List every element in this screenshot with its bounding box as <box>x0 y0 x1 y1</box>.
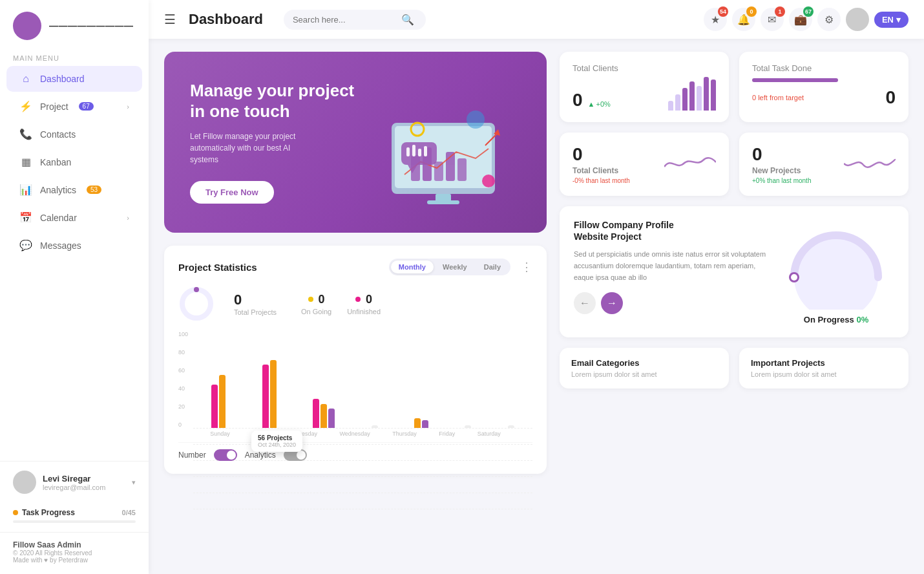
mini-bar-6 <box>704 77 709 111</box>
try-free-button[interactable]: Try Free Now <box>190 181 274 204</box>
mini-bar-1 <box>668 101 673 111</box>
wave-chart <box>664 144 716 179</box>
sidebar-item-label: Analytics <box>40 185 76 195</box>
progress-bar-bg <box>13 520 136 523</box>
sidebar-item-contacts[interactable]: 📞 Contacts <box>6 121 142 147</box>
sidebar-nav: ⌂ Dashboard ⚡ Project 67 › 📞 Contacts ▦ … <box>0 65 149 461</box>
task-done-row: 0 left from target 0 <box>752 87 896 108</box>
tab-weekly[interactable]: Weekly <box>435 260 475 273</box>
star-button[interactable]: ★ 54 <box>704 8 727 31</box>
mini-bar-3 <box>682 88 688 111</box>
important-projects-title: Important Projects <box>751 358 897 368</box>
bar-group-monday <box>262 360 277 428</box>
chevron-down-icon: ▾ <box>132 478 136 487</box>
stat-info: 0 New Projects +0% than last month <box>752 144 811 184</box>
sidebar-item-project[interactable]: ⚡ Project 67 › <box>6 93 142 120</box>
svg-point-24 <box>791 274 797 281</box>
ps-stat-group: 0 On Going 0 Unfinished <box>301 293 381 315</box>
ps-donut-chart <box>178 286 215 322</box>
sidebar-item-messages[interactable]: 💬 Messages <box>6 232 142 259</box>
bar-orange <box>270 360 277 428</box>
ps-tabs: Monthly Weekly Daily <box>389 259 510 275</box>
task-done-bar <box>752 78 838 82</box>
sidebar-item-analytics[interactable]: 📊 Analytics 53 <box>6 176 142 203</box>
lang-label: EN <box>882 15 894 25</box>
dashboard-body: Manage your projectin one touch Let Fill… <box>149 39 924 574</box>
bell-button[interactable]: 🔔 0 <box>732 8 755 31</box>
toggle-number[interactable] <box>214 449 237 461</box>
fillow-project-card: Fillow Company ProfileWebsite Project Se… <box>560 206 908 337</box>
ongoing-stat: 0 On Going <box>301 293 331 315</box>
menu-label: Main Menu <box>0 49 149 65</box>
new-projects-card: 0 New Projects +0% than last month <box>739 133 908 196</box>
change-info: ▲ +0% <box>588 100 611 111</box>
change-arrow: ▲ +0% <box>588 100 611 108</box>
unfinished-stat: 0 Unfinished <box>347 293 381 315</box>
forward-button[interactable]: → <box>601 292 623 314</box>
total-projects-stat: 0 Total Projects <box>234 292 277 316</box>
pink-dot <box>355 297 361 302</box>
y-label-40: 40 <box>178 385 188 392</box>
total-clients-bottom-card: 0 Total Clients -0% than last month <box>560 133 729 196</box>
bar-group-sunday <box>211 375 226 428</box>
tab-monthly[interactable]: Monthly <box>391 260 434 273</box>
mini-bar-5 <box>697 86 702 111</box>
tab-daily[interactable]: Daily <box>476 260 509 273</box>
more-options-icon[interactable]: ⋮ <box>521 260 532 274</box>
important-projects-sub: Lorem ipsum dolor sit amet <box>751 370 897 378</box>
calendar-icon: 📅 <box>19 211 32 224</box>
total-clients-bottom-value: 0 <box>572 144 630 165</box>
phone-icon: 📞 <box>19 128 32 140</box>
bar-pink <box>211 385 218 428</box>
search-icon[interactable]: 🔍 <box>401 14 414 26</box>
bar-purple <box>422 420 428 428</box>
project-card-title: Fillow Company ProfileWebsite Project <box>574 219 768 242</box>
user-info: Levi Siregar leviregar@mail.com <box>43 474 105 491</box>
bar-group-thursday <box>414 418 428 428</box>
email-categories-card: Email Categories Lorem ipsum dolor sit a… <box>560 348 729 388</box>
stats-row-1: Total Clients 0 ▲ +0% <box>560 52 908 122</box>
sidebar-item-label: Messages <box>40 240 81 251</box>
sidebar-header: ————————— <box>0 0 149 49</box>
language-selector[interactable]: EN ▾ <box>874 12 908 28</box>
stat-info: 0 Total Clients -0% than last month <box>572 144 630 184</box>
project-card-actions: ← → <box>574 292 768 314</box>
toggle-knob <box>227 451 236 460</box>
bar-pink <box>313 399 319 428</box>
grid-icon: ▦ <box>19 156 32 168</box>
mail-button[interactable]: ✉ 1 <box>761 8 784 31</box>
back-button[interactable]: ← <box>574 292 596 314</box>
sidebar-footer: Fillow Saas Admin © 2020 All Rights Rese… <box>0 532 149 574</box>
footer-made: Made with ♥ by Peterdraw <box>13 557 136 564</box>
topbar-avatar[interactable] <box>846 8 869 31</box>
project-card-text: Fillow Company ProfileWebsite Project Se… <box>574 219 768 324</box>
sidebar: ————————— Main Menu ⌂ Dashboard ⚡ Projec… <box>0 0 149 574</box>
bar-group-wednesday <box>372 425 378 428</box>
total-projects-label: Total Projects <box>234 308 277 316</box>
tooltip-value: 56 Projects <box>258 434 296 441</box>
briefcase-badge: 67 <box>803 6 814 17</box>
briefcase-button[interactable]: 💼 67 <box>789 8 812 31</box>
hero-banner: Manage your projectin one touch Let Fill… <box>164 52 547 233</box>
wave-chart-2 <box>844 144 896 179</box>
ongoing-value: 0 <box>319 293 325 306</box>
svg-point-20 <box>182 290 211 318</box>
topbar: ☰ Dashboard 🔍 ★ 54 🔔 0 ✉ 1 💼 67 <box>149 0 924 39</box>
email-categories-sub: Lorem ipsum dolor sit amet <box>571 370 717 378</box>
sidebar-item-calendar[interactable]: 📅 Calendar › <box>6 204 142 231</box>
right-column: Total Clients 0 ▲ +0% <box>560 52 908 511</box>
footer-copy: © 2020 All Rights Reserved <box>13 549 136 557</box>
bar-orange <box>414 418 421 428</box>
new-projects-value: 0 <box>752 144 811 165</box>
ongoing-label: On Going <box>301 308 331 315</box>
project-card-desc: Sed ut perspiciatis unde omnis iste natu… <box>574 249 768 283</box>
gear-button[interactable]: ⚙ <box>817 8 841 31</box>
sidebar-item-dashboard[interactable]: ⌂ Dashboard <box>6 66 142 92</box>
search-input[interactable] <box>293 15 396 25</box>
bar-empty <box>372 425 378 428</box>
sidebar-user[interactable]: Levi Siregar leviregar@mail.com ▾ <box>0 461 149 503</box>
mail-badge: 1 <box>775 6 785 17</box>
ps-summary: 0 Total Projects 0 On Going <box>178 286 532 322</box>
hamburger-icon[interactable]: ☰ <box>164 12 176 27</box>
sidebar-item-kanban[interactable]: ▦ Kanban <box>6 149 142 175</box>
